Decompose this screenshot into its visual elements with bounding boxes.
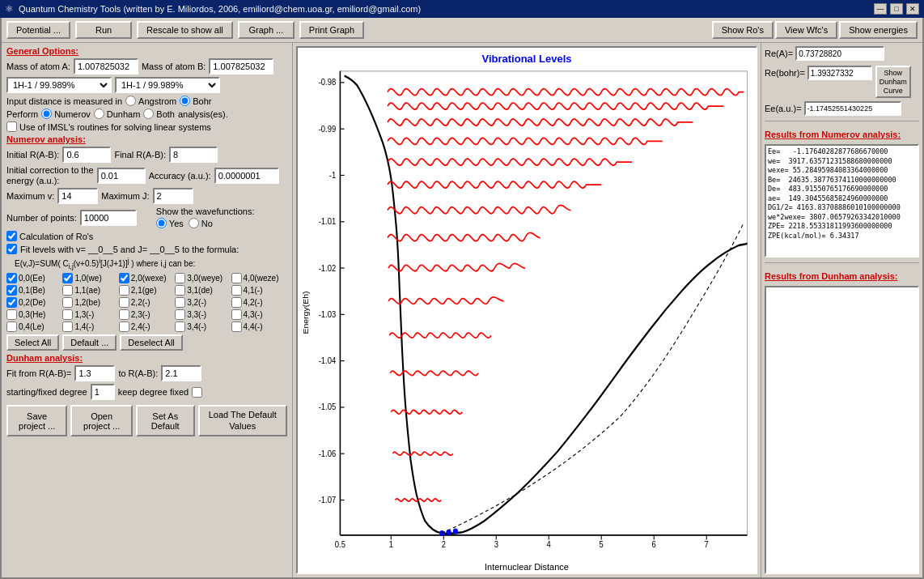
maxj-input[interactable]	[153, 188, 193, 204]
select-all-button[interactable]: Select All	[6, 334, 59, 351]
energy-input[interactable]	[97, 168, 146, 184]
bohr-radio-label[interactable]: Bohr	[180, 96, 211, 106]
open-project-button[interactable]: Open project ...	[70, 405, 133, 436]
keep-degree-label: keep degree fixed	[118, 387, 189, 397]
angstrom-radio-label[interactable]: Angstrom	[125, 96, 176, 106]
energy-label: energy (a.u.):	[6, 176, 94, 185]
numerov-radio[interactable]	[41, 109, 52, 119]
calc-ros-row: Calculation of Ro's	[6, 231, 287, 241]
ee-row: Ee(a.u.)=	[765, 101, 919, 116]
points-input[interactable]	[80, 210, 137, 226]
cb-04: 0,4(Le)	[6, 321, 62, 332]
show-ros-button[interactable]: Show Ro's	[712, 21, 774, 39]
calc-ros-checkbox[interactable]	[6, 231, 17, 241]
maxv-row: Maximum v: Maximum J:	[6, 188, 287, 204]
cb-14: 1,4(-)	[62, 321, 118, 332]
close-button[interactable]: ✕	[906, 3, 919, 15]
re-bohr-label: Re(bohr)=	[765, 68, 805, 78]
fit-from-input[interactable]	[74, 365, 115, 381]
isotope-row: 1H-1 / 99.989% 1H-1 / 99.989%	[6, 77, 287, 93]
cb-30: 3,0(weye)	[175, 273, 231, 283]
svg-text:-0.99: -0.99	[319, 124, 337, 134]
save-row: Save project ... Open project ... Set As…	[6, 405, 287, 436]
view-wfcs-button[interactable]: View Wfc's	[775, 21, 837, 39]
isotope-b-select[interactable]: 1H-1 / 99.989%	[115, 77, 220, 93]
keep-degree-checkbox[interactable]	[192, 387, 202, 398]
dunham-radio[interactable]	[94, 109, 104, 119]
cb-42: 4,2(-)	[231, 297, 287, 308]
show-wf-no-radio[interactable]	[189, 218, 199, 228]
svg-text:6: 6	[652, 539, 657, 549]
show-wf-yes-radio[interactable]	[156, 218, 167, 228]
angstrom-radio[interactable]	[125, 96, 136, 106]
cb-20: 2,0(wexe)	[119, 273, 175, 283]
formula-row: E(v,J)=SUM( Ci,j(v+0.5)i[J(J+1)]j ) wher…	[15, 257, 287, 270]
window-title: Quantum Chemistry Tools (written by E. M…	[19, 4, 421, 14]
minimize-button[interactable]: —	[874, 3, 887, 15]
re-bohr-row: Re(bohr)= Show Dunham Curve	[765, 66, 919, 98]
svg-text:5: 5	[600, 539, 604, 549]
formula-text: E(v,J)=SUM( Ci,j(v+0.5)i[J(J+1)]j ) wher…	[15, 257, 195, 270]
run-button[interactable]: Run	[75, 21, 132, 39]
show-dunham-curve-button[interactable]: Show Dunham Curve	[875, 66, 911, 98]
cb-03: 0,3(He)	[6, 309, 62, 320]
main-window: Potential ... Run Rescale to show all Gr…	[0, 18, 924, 579]
mass-a-input[interactable]	[74, 58, 138, 75]
starting-degree-label: starting/fixed degree	[6, 387, 87, 397]
both-radio[interactable]	[143, 109, 154, 119]
svg-text:3: 3	[494, 539, 499, 549]
dunham-results-title: Results from Dunham analysis:	[765, 271, 919, 281]
show-energies-button[interactable]: Show energies	[839, 21, 918, 39]
set-default-button[interactable]: Set As Default	[136, 405, 195, 436]
to-input[interactable]	[161, 365, 201, 381]
cb-23: 2,3(-)	[119, 309, 175, 320]
svg-text:-1.02: -1.02	[319, 263, 337, 273]
print-graph-button[interactable]: Print Graph	[299, 21, 364, 39]
rab-row: Initial R(A-B): Final R(A-B):	[6, 147, 287, 163]
potential-button[interactable]: Potential ...	[6, 21, 70, 39]
graph-xlabel: Internuclear Distance	[298, 562, 756, 572]
general-options-title: General Options:	[6, 46, 287, 56]
isotope-a-select[interactable]: 1H-1 / 99.989%	[6, 77, 112, 93]
distance-label: Input distance is measured in	[6, 96, 122, 106]
top-toolbar: Potential ... Run Rescale to show all Gr…	[2, 18, 922, 43]
title-bar: ⚛ Quantum Chemistry Tools (written by E.…	[0, 0, 924, 18]
cb-31: 3,1(de)	[175, 285, 231, 296]
re-a-input[interactable]	[795, 46, 884, 61]
cb-10: 1,0(we)	[62, 273, 118, 283]
accuracy-input[interactable]	[214, 168, 279, 184]
imsl-checkbox[interactable]	[6, 121, 17, 132]
cb-11: 1,1(ae)	[62, 285, 118, 296]
points-label: Number of points:	[6, 213, 77, 223]
maximize-button[interactable]: □	[890, 3, 903, 15]
cb-24: 2,4(-)	[119, 321, 175, 332]
mass-a-label: Mass of atom A:	[6, 62, 70, 71]
initial-rab-input[interactable]	[62, 147, 111, 163]
starting-degree-input[interactable]	[91, 384, 115, 400]
save-project-button[interactable]: Save project ...	[6, 405, 67, 436]
svg-text:Energy(Eh): Energy(Eh)	[301, 291, 309, 334]
ee-input[interactable]	[804, 101, 901, 116]
graph-button[interactable]: Graph ...	[238, 21, 295, 39]
analysis-label: analysis(es).	[178, 109, 228, 119]
deselect-all-button[interactable]: Deselect All	[120, 334, 182, 351]
load-default-button[interactable]: Load The Default Values	[198, 405, 287, 436]
degree-row: starting/fixed degree keep degree fixed	[6, 384, 287, 400]
default-button[interactable]: Default ...	[62, 334, 117, 351]
final-rab-input[interactable]	[169, 147, 218, 163]
rescale-button[interactable]: Rescale to show all	[137, 21, 233, 39]
maxv-label: Maximum v:	[6, 191, 54, 201]
fit-levels-checkbox[interactable]	[6, 244, 17, 254]
points-row: Number of points: Show the wavefunctions…	[6, 206, 287, 228]
cb-12: 1,2(be)	[62, 297, 118, 308]
svg-text:-1.07: -1.07	[319, 496, 337, 505]
to-label: to R(A-B):	[118, 368, 158, 378]
ee-label: Ee(a.u.)=	[765, 104, 802, 113]
mass-b-input[interactable]	[209, 58, 273, 75]
maxv-input[interactable]	[57, 188, 98, 204]
svg-text:-0.98: -0.98	[319, 78, 337, 87]
dunham-results-area	[765, 286, 919, 574]
cb-41: 4,1(-)	[231, 285, 287, 296]
bohr-radio[interactable]	[180, 96, 190, 106]
re-bohr-input[interactable]	[807, 66, 872, 80]
